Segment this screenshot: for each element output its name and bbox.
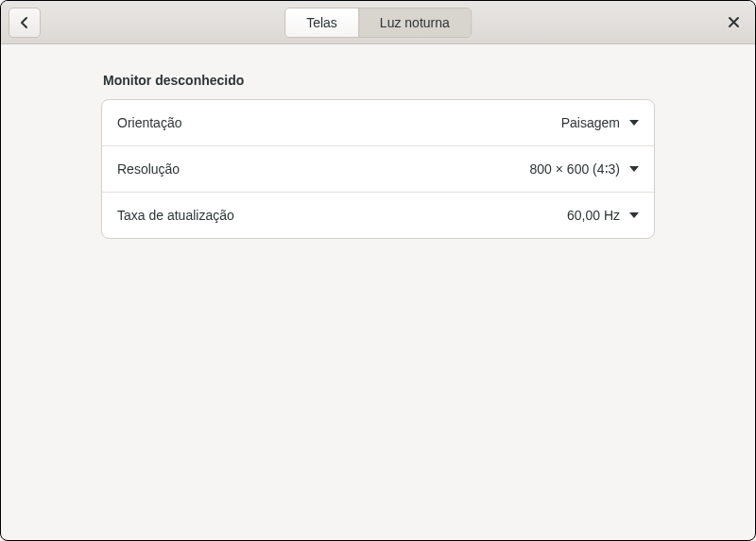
row-value: 800 × 600 (4∶3) [530,161,620,177]
close-button[interactable] [719,8,747,37]
tab-displays[interactable]: Telas [285,8,358,37]
row-orientation[interactable]: Orientação Paisagem [102,100,654,145]
row-resolution[interactable]: Resolução 800 × 600 (4∶3) [102,145,654,192]
row-value-wrap: 800 × 600 (4∶3) [530,161,639,177]
row-refresh-rate[interactable]: Taxa de atualização 60,00 Hz [102,192,654,238]
row-label: Resolução [117,161,180,177]
chevron-down-icon [629,212,639,218]
row-value: 60,00 Hz [567,208,620,223]
row-value-wrap: Paisagem [561,115,639,130]
header-bar: Telas Luz noturna [1,1,755,44]
row-value-wrap: 60,00 Hz [567,208,639,223]
section-title: Monitor desconhecido [101,73,655,88]
view-switcher: Telas Luz noturna [284,8,472,38]
chevron-down-icon [629,166,639,172]
content-area: Monitor desconhecido Orientação Paisagem… [1,44,755,267]
row-value: Paisagem [561,115,620,130]
row-label: Taxa de atualização [117,208,234,223]
tab-label: Telas [306,15,337,30]
back-button[interactable] [9,8,41,38]
tab-night-light[interactable]: Luz noturna [358,8,471,37]
settings-list: Orientação Paisagem Resolução 800 × 600 … [101,99,655,239]
chevron-down-icon [629,120,639,126]
tab-label: Luz noturna [380,15,450,30]
chevron-left-icon [19,16,30,29]
row-label: Orientação [117,115,181,130]
close-icon [728,16,740,28]
